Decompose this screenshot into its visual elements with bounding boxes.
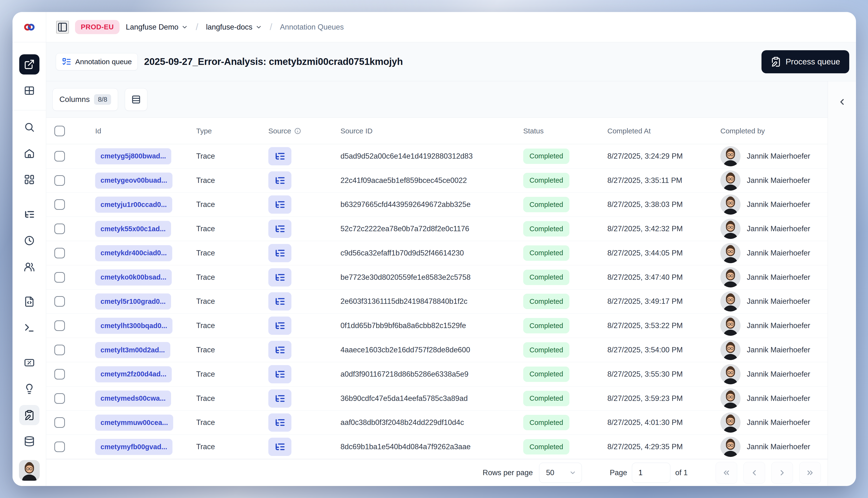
item-id-link[interactable]: cmetylht300bqad0... — [95, 318, 172, 333]
table-row[interactable]: cmetymeds00cwa... Trace 36b90cdfc47e5da1… — [46, 386, 828, 411]
header-completed-by[interactable]: Completed by — [714, 127, 828, 135]
open-source-button[interactable] — [268, 147, 292, 165]
project-selector[interactable]: langfuse-docs — [206, 23, 262, 31]
open-source-button[interactable] — [268, 220, 292, 238]
open-source-button[interactable] — [268, 292, 292, 311]
next-page-button[interactable] — [771, 462, 793, 484]
row-checkbox[interactable] — [54, 417, 65, 428]
rows-icon — [131, 94, 141, 105]
last-page-button[interactable] — [799, 462, 821, 484]
sidebar-item-dashboard[interactable] — [19, 169, 39, 189]
header-source-id[interactable]: Source ID — [334, 127, 517, 135]
row-checkbox[interactable] — [54, 224, 65, 234]
item-id-link[interactable]: cmetyko0k00bsad... — [95, 270, 172, 285]
row-checkbox[interactable] — [54, 248, 65, 258]
rows-per-page-select[interactable]: 50 — [539, 463, 582, 483]
table-row[interactable]: cmetymmuw00cea... Trace aaf0c38db0f3f204… — [46, 410, 828, 435]
item-id-link[interactable]: cmetylt3m00d2ad... — [95, 342, 170, 358]
row-checkbox[interactable] — [54, 442, 65, 452]
columns-button[interactable]: Columns 8/8 — [52, 88, 118, 111]
sidebar-item-home[interactable] — [19, 143, 39, 163]
item-id-link[interactable]: cmetymeds00cwa... — [95, 391, 171, 406]
table-row[interactable]: cmetyju1r00ccad0... Trace b63297665cfd44… — [46, 193, 828, 217]
table-row[interactable]: cmetyk55x00c1ad... Trace 52c72c2222ea78e… — [46, 217, 828, 241]
open-source-button[interactable] — [268, 365, 292, 383]
page-number-input[interactable] — [632, 463, 670, 483]
org-selector[interactable]: Langfuse Demo — [126, 23, 188, 31]
open-source-button[interactable] — [268, 195, 292, 214]
open-source-button[interactable] — [268, 171, 292, 189]
sidebar-item-terminal[interactable] — [19, 318, 39, 338]
row-checkbox[interactable] — [54, 272, 65, 283]
open-source-button[interactable] — [268, 438, 292, 456]
sidebar-item-list-tree[interactable] — [19, 204, 39, 224]
table-row[interactable]: cmetyg5j800bwad... Trace d5ad9d52a00c6e1… — [46, 144, 828, 169]
sidebar-item-users[interactable] — [19, 257, 39, 277]
type-cell: Trace — [196, 224, 215, 233]
row-height-button[interactable] — [125, 88, 147, 111]
sidebar-item-clipboard-pen[interactable] — [19, 405, 39, 425]
sidebar-item-lightbulb[interactable] — [19, 379, 39, 399]
item-id-link[interactable]: cmetymmuw00cea... — [95, 415, 173, 431]
table-row[interactable]: cmetym2fz00d4ad... Trace a0df3f901167218… — [46, 362, 828, 386]
header-id[interactable]: Id — [89, 127, 190, 135]
langfuse-logo[interactable] — [13, 12, 46, 42]
annotation-queue-table: Id Type Source Source ID Status Complete… — [46, 118, 828, 486]
sidebar-item-card-percent[interactable] — [19, 353, 39, 373]
type-cell: Trace — [196, 200, 215, 209]
row-checkbox[interactable] — [54, 320, 65, 331]
table-row[interactable]: cmetylht300bqad0... Trace 0f1dd65b7bb9bf… — [46, 314, 828, 338]
table-row[interactable]: cmetygeov00buad... Trace 22c41f09acae5b1… — [46, 169, 828, 193]
open-source-button[interactable] — [268, 244, 292, 262]
sidebar-item-database[interactable] — [19, 431, 39, 451]
first-page-button[interactable] — [715, 462, 737, 484]
item-id-link[interactable]: cmetyk55x00c1ad... — [95, 221, 171, 237]
header-type[interactable]: Type — [190, 127, 262, 135]
item-id-link[interactable]: cmetykdr400ciad0... — [95, 245, 172, 261]
open-source-button[interactable] — [268, 341, 292, 359]
breadcrumb-page[interactable]: Annotation Queues — [280, 23, 344, 31]
row-checkbox[interactable] — [54, 369, 65, 380]
collapse-panel-button[interactable] — [835, 95, 849, 109]
process-queue-button[interactable]: Process queue — [762, 50, 849, 73]
item-id-link[interactable]: cmetymyfb00gvad... — [95, 439, 172, 455]
item-id-link[interactable]: cmetyju1r00ccad0... — [95, 197, 172, 212]
table-row[interactable]: cmetymyfb00gvad... Trace 8dc69b1ba1e540b… — [46, 435, 828, 459]
row-checkbox[interactable] — [54, 345, 65, 355]
table-row[interactable]: cmetyko0k00bsad... Trace be7723e30d80205… — [46, 265, 828, 290]
avatar-photo-icon — [720, 146, 741, 166]
previous-page-button[interactable] — [743, 462, 765, 484]
sidebar-item-table[interactable] — [19, 80, 39, 101]
sidebar-item-search[interactable] — [19, 117, 39, 137]
source-id-cell: 2e603f31361115db24198478840b1f2c — [340, 297, 467, 306]
user-avatar[interactable] — [19, 460, 40, 481]
sidebar-item-external-link[interactable] — [19, 54, 39, 75]
open-source-button[interactable] — [268, 389, 292, 408]
open-source-button[interactable] — [268, 316, 292, 335]
row-checkbox[interactable] — [54, 199, 65, 210]
sidebar-item-clock[interactable] — [19, 231, 39, 251]
item-id-link[interactable]: cmetyg5j800bwad... — [95, 148, 171, 164]
queue-type-label: Annotation queue — [75, 58, 132, 66]
row-checkbox[interactable] — [54, 393, 65, 404]
row-checkbox[interactable] — [54, 175, 65, 186]
header-source[interactable]: Source — [262, 127, 334, 135]
item-id-link[interactable]: cmetyl5r100grad0... — [95, 293, 171, 309]
row-checkbox[interactable] — [54, 296, 65, 307]
open-source-button[interactable] — [268, 414, 292, 432]
table-row[interactable]: cmetyl5r100grad0... Trace 2e603f31361115… — [46, 290, 828, 314]
row-checkbox[interactable] — [54, 151, 65, 161]
item-id-link[interactable]: cmetygeov00buad... — [95, 173, 172, 188]
header-status[interactable]: Status — [517, 127, 601, 135]
header-completed-at[interactable]: Completed At — [601, 127, 714, 135]
table-toolbar: Columns 8/8 — [46, 81, 828, 118]
sidebar-toggle-button[interactable] — [56, 21, 69, 34]
select-all-checkbox[interactable] — [54, 126, 65, 136]
open-source-button[interactable] — [268, 268, 292, 287]
list-todo-icon — [62, 57, 72, 67]
table-row[interactable]: cmetykdr400ciad0... Trace c9d56ca32efaff… — [46, 241, 828, 265]
item-id-link[interactable]: cmetym2fz00d4ad... — [95, 366, 172, 382]
environment-badge[interactable]: PROD-EU — [75, 20, 119, 34]
sidebar-item-file-code[interactable] — [19, 291, 39, 312]
table-row[interactable]: cmetylt3m00d2ad... Trace 4aaece1603cb2e1… — [46, 338, 828, 362]
